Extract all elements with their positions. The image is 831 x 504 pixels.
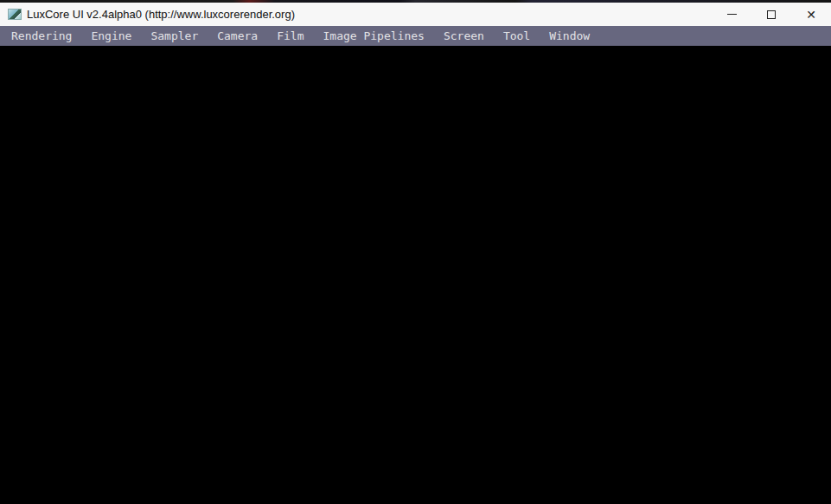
menu-item-engine[interactable]: Engine bbox=[83, 28, 139, 44]
menu-bar: Rendering Engine Sampler Camera Film Ima… bbox=[0, 26, 831, 46]
render-plant-stem bbox=[0, 46, 5, 80]
menu-item-image-pipelines[interactable]: Image Pipelines bbox=[316, 28, 432, 44]
menu-item-window[interactable]: Window bbox=[541, 28, 598, 44]
menu-item-sampler[interactable]: Sampler bbox=[143, 28, 206, 44]
menu-item-rendering[interactable]: Rendering bbox=[3, 28, 80, 44]
app-icon bbox=[8, 9, 22, 20]
minimize-icon bbox=[727, 14, 737, 15]
maximize-button[interactable] bbox=[751, 3, 791, 26]
close-icon: ✕ bbox=[806, 9, 816, 21]
window-controls: ✕ bbox=[712, 3, 831, 26]
menu-item-camera[interactable]: Camera bbox=[209, 28, 265, 44]
render-viewport bbox=[0, 46, 831, 504]
menu-item-screen[interactable]: Screen bbox=[436, 28, 492, 44]
menu-item-tool[interactable]: Tool bbox=[495, 28, 538, 44]
window-title: LuxCore UI v2.4alpha0 (http://www.luxcor… bbox=[27, 8, 712, 21]
window-titlebar: LuxCore UI v2.4alpha0 (http://www.luxcor… bbox=[0, 3, 831, 26]
close-button[interactable]: ✕ bbox=[791, 3, 831, 26]
maximize-icon bbox=[767, 10, 776, 19]
render-plant-stem bbox=[0, 80, 5, 109]
menu-item-film[interactable]: Film bbox=[269, 28, 311, 44]
minimize-button[interactable] bbox=[712, 3, 751, 26]
luxcore-ui-window: LuxCore UI v2.4alpha0 (http://www.luxcor… bbox=[0, 0, 831, 504]
